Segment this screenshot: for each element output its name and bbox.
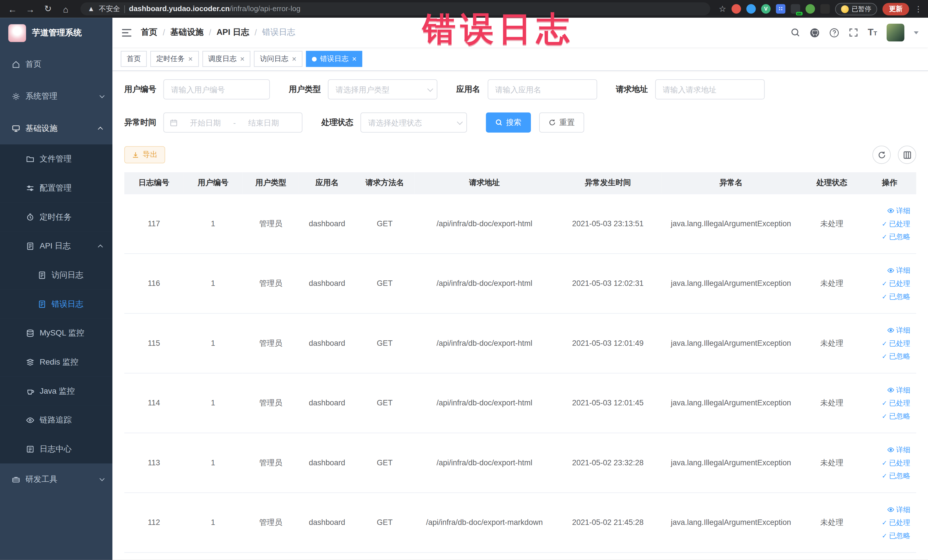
sidebar-item-log-center[interactable]: 日志中心: [0, 435, 112, 464]
exception-name-cell: java.lang.IllegalArgumentException: [661, 194, 801, 253]
processed-link[interactable]: ✓已处理: [863, 217, 910, 230]
sidebar-item-system[interactable]: 系统管理: [0, 81, 112, 112]
sidebar-item-mysql-monitor[interactable]: MySQL 监控: [0, 318, 112, 348]
detail-link[interactable]: 详细: [863, 204, 910, 217]
ignored-link[interactable]: ✓已忽略: [863, 230, 910, 243]
search-button[interactable]: 搜索: [486, 112, 531, 133]
sidebar-item-redis-monitor[interactable]: Redis 监控: [0, 348, 112, 377]
close-icon[interactable]: ×: [188, 55, 193, 63]
user-type-select[interactable]: [328, 79, 437, 99]
ignored-link[interactable]: ✓已忽略: [863, 529, 910, 542]
end-date-input[interactable]: [240, 113, 288, 131]
user-avatar[interactable]: [887, 24, 904, 41]
vue-devtools-icon[interactable]: V: [761, 4, 771, 14]
request-url-cell: /api/infra/db-doc/export-html: [414, 313, 554, 373]
reset-button[interactable]: 重置: [539, 112, 584, 133]
ignored-link[interactable]: ✓已忽略: [863, 409, 910, 423]
java-cup-icon: [26, 387, 34, 395]
home-nav-icon[interactable]: ⌂: [59, 2, 72, 15]
sidebar-item-error-log[interactable]: 错误日志: [0, 290, 112, 319]
tab-access-log[interactable]: 访问日志×: [254, 51, 302, 67]
font-size-icon[interactable]: TT: [868, 28, 877, 37]
exception-time-cell: 2021-05-03 12:02:31: [554, 253, 661, 313]
forward-icon[interactable]: →: [24, 2, 37, 15]
sidebar-item-label: 首页: [25, 59, 41, 70]
check-icon: ✓: [882, 456, 887, 469]
detail-link[interactable]: 详细: [863, 443, 910, 456]
browser-menu-icon[interactable]: ⋮: [914, 5, 922, 14]
process-status-select[interactable]: [360, 112, 467, 133]
app-name-cell: dashboard: [299, 253, 355, 313]
close-icon[interactable]: ×: [292, 55, 296, 63]
github-icon[interactable]: [810, 27, 820, 37]
sidebar-item-trace[interactable]: 链路追踪: [0, 405, 112, 435]
export-button[interactable]: 导出: [124, 146, 165, 163]
reload-icon[interactable]: ↻: [41, 2, 55, 15]
extension-icon[interactable]: ∷: [776, 4, 785, 14]
column-settings-button[interactable]: [898, 145, 916, 164]
sidebar-item-dev-tools[interactable]: 研发工具: [0, 463, 112, 495]
tab-error-log[interactable]: 错误日志×: [306, 51, 362, 67]
help-icon[interactable]: [829, 27, 839, 37]
back-icon[interactable]: ←: [6, 2, 19, 15]
sidebar-item-scheduled-tasks[interactable]: 定时任务: [0, 203, 112, 232]
caret-down-icon[interactable]: [914, 31, 919, 34]
breadcrumb-item[interactable]: 首页: [141, 27, 157, 38]
sidebar-item-api-logs[interactable]: API 日志: [0, 231, 112, 261]
request-url-input[interactable]: [655, 79, 765, 99]
processed-link[interactable]: ✓已处理: [863, 516, 910, 529]
detail-link[interactable]: 详细: [863, 264, 910, 277]
hamburger-icon[interactable]: [122, 28, 132, 37]
app-name-input[interactable]: [487, 79, 597, 99]
sidebar-item-access-log[interactable]: 访问日志: [0, 261, 112, 290]
request-url-cell: /api/infra/db-doc/export-html: [414, 373, 554, 433]
table-header-row: 日志编号 用户编号 用户类型 应用名 请求方法名 请求地址 异常发生时间 异常名…: [124, 172, 916, 194]
date-range-picker[interactable]: -: [163, 112, 303, 133]
processed-link[interactable]: ✓已处理: [863, 277, 910, 290]
app-name-cell: dashboard: [299, 313, 355, 373]
extension-icon[interactable]: [731, 4, 741, 14]
tab-scheduled-tasks[interactable]: 定时任务×: [150, 51, 198, 67]
tab-schedule-log[interactable]: 调度日志×: [202, 51, 250, 67]
extension-icon[interactable]: [746, 4, 756, 14]
ignored-link[interactable]: ✓已忽略: [863, 349, 910, 363]
detail-link[interactable]: 详细: [863, 323, 910, 337]
puzzle-extension-icon[interactable]: [820, 4, 830, 14]
start-date-input[interactable]: [181, 113, 230, 131]
processed-link[interactable]: ✓已处理: [863, 336, 910, 349]
paused-badge[interactable]: 已暂停: [835, 3, 877, 15]
user-type-cell: 管理员: [243, 492, 299, 552]
sidebar-item-infrastructure[interactable]: 基础设施: [0, 112, 112, 144]
sidebar-item-home[interactable]: 首页: [0, 49, 112, 81]
check-icon: ✓: [882, 516, 887, 529]
breadcrumb-item[interactable]: 基础设施: [170, 27, 203, 38]
bookmark-star-icon[interactable]: ☆: [719, 4, 726, 14]
detail-link[interactable]: 详细: [863, 503, 910, 516]
update-button[interactable]: 更新: [882, 3, 909, 15]
close-icon[interactable]: ×: [352, 55, 357, 63]
ignored-link[interactable]: ✓已忽略: [863, 290, 910, 303]
processed-link[interactable]: ✓已处理: [863, 456, 910, 469]
extension-icon[interactable]: [806, 4, 815, 14]
tab-home[interactable]: 首页: [121, 51, 147, 67]
user-id-input[interactable]: [163, 79, 270, 99]
address-bar[interactable]: ▲ 不安全 dashboard.yudao.iocoder.cn/infra/l…: [81, 2, 710, 15]
request-url-label: 请求地址: [616, 84, 648, 95]
ignored-link[interactable]: ✓已忽略: [863, 469, 910, 482]
detail-link[interactable]: 详细: [863, 383, 910, 396]
sidebar-item-config-management[interactable]: 配置管理: [0, 174, 112, 203]
sidebar-item-file-management[interactable]: 文件管理: [0, 144, 112, 174]
close-icon[interactable]: ×: [240, 55, 244, 63]
user-id-cell: 1: [183, 492, 243, 552]
search-icon[interactable]: [791, 28, 800, 37]
sidebar-item-java-monitor[interactable]: Java 监控: [0, 377, 112, 406]
extension-icon[interactable]: [791, 4, 800, 14]
refresh-button[interactable]: [872, 145, 891, 164]
table-row: 113 1 管理员 dashboard GET /api/infra/db-do…: [124, 433, 916, 493]
breadcrumb-item[interactable]: API 日志: [217, 27, 249, 38]
fullscreen-icon[interactable]: [849, 28, 858, 37]
log-id-cell: 117: [124, 194, 183, 253]
sidebar-item-label: 配置管理: [40, 183, 72, 193]
breadcrumb-separator: /: [163, 28, 165, 37]
processed-link[interactable]: ✓已处理: [863, 396, 910, 409]
